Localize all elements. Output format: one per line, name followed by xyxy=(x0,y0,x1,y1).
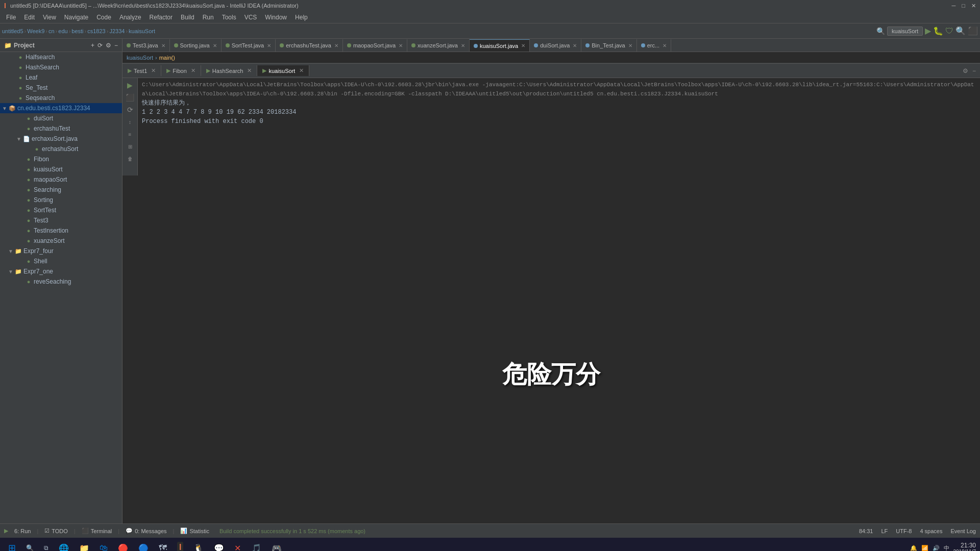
tree-item-expr7four[interactable]: ▼ 📁 Expr7_four xyxy=(0,246,122,256)
run-settings-icon[interactable]: ⚙ xyxy=(963,67,968,74)
taskbar-intellij[interactable]: I xyxy=(173,540,187,551)
tab-sorttest[interactable]: SortTest.java ✕ xyxy=(222,39,276,52)
tab-close-xuanzesort[interactable]: ✕ xyxy=(461,43,465,48)
tab-erc[interactable]: erc... ✕ xyxy=(637,39,671,52)
run-filter-button[interactable]: ≡ xyxy=(125,129,135,139)
debug-button[interactable]: 🐛 xyxy=(933,26,943,36)
menu-file[interactable]: File xyxy=(2,13,20,22)
run-close-fibon[interactable]: ✕ xyxy=(191,67,195,74)
tree-item-sorttest[interactable]: ● SortTest xyxy=(0,205,122,215)
tree-item-halfsearch[interactable]: ● Halfsearch xyxy=(0,52,122,62)
menu-help[interactable]: Help xyxy=(291,13,312,22)
tab-maopaosort[interactable]: maopaoSort.java ✕ xyxy=(343,39,407,52)
taskbar-chrome[interactable]: 🔵 xyxy=(134,540,153,551)
run-button[interactable]: ▶ xyxy=(925,26,931,36)
menu-run[interactable]: Run xyxy=(199,13,218,22)
menu-window[interactable]: Window xyxy=(261,13,291,22)
zh-input-label[interactable]: 中 xyxy=(944,544,949,552)
taskbar-start[interactable]: ⊞ xyxy=(4,540,20,551)
maximize-button[interactable]: □ xyxy=(962,3,965,9)
volume-icon[interactable]: 🔊 xyxy=(933,545,940,552)
taskbar-store[interactable]: 🛍 xyxy=(95,540,112,551)
taskbar-maps[interactable]: 🗺 xyxy=(155,540,171,551)
window-controls[interactable]: ─ □ ✕ xyxy=(952,3,976,9)
notification-icon[interactable]: 🔔 xyxy=(910,545,917,552)
tree-item-testinsertion[interactable]: ● TestInsertion xyxy=(0,226,122,236)
statistic-label[interactable]: 📊 Statistic xyxy=(180,528,209,534)
tab-close-test3[interactable]: ✕ xyxy=(161,43,165,48)
taskbar-taskview[interactable]: ⧉ xyxy=(40,540,53,551)
bc-cs1823[interactable]: cs1823 xyxy=(87,28,105,34)
tab-close-bintest[interactable]: ✕ xyxy=(628,43,632,48)
bc-edu[interactable]: edu xyxy=(58,28,67,34)
tab-bintest[interactable]: Bin_Test.java ✕ xyxy=(581,39,636,52)
tree-item-se-test[interactable]: ● Se_Test xyxy=(0,83,122,93)
run-tab-kuaisusort[interactable]: ▶ kuaisuSort ✕ xyxy=(257,65,309,76)
menu-navigate[interactable]: Navigate xyxy=(60,13,92,22)
run-tab-test1[interactable]: ▶ Test1 ✕ xyxy=(122,65,161,76)
run-panel-collapse-icon[interactable]: − xyxy=(972,67,976,74)
panel-close-icon[interactable]: − xyxy=(114,42,118,49)
bc-j2334[interactable]: J2334 xyxy=(109,28,125,34)
tab-close-erchashutest[interactable]: ✕ xyxy=(334,43,338,48)
menu-refactor[interactable]: Refactor xyxy=(145,13,177,22)
tree-item-package[interactable]: ▼ 📦 cn.edu.besti.cs1823.J2334 xyxy=(0,103,122,113)
coverage-button[interactable]: 🛡 xyxy=(945,27,953,36)
run-close-kuaisusort[interactable]: ✕ xyxy=(299,67,304,74)
menu-tools[interactable]: Tools xyxy=(218,13,240,22)
tree-item-seqsearch[interactable]: ● Seqsearch xyxy=(0,93,122,103)
tree-item-erchashuSort[interactable]: ● erchashuSort xyxy=(0,144,122,154)
tree-item-xuanzesort[interactable]: ● xuanzeSort xyxy=(0,236,122,246)
sync-icon[interactable]: ⟳ xyxy=(97,42,103,49)
breadcrumb-main[interactable]: main() xyxy=(159,55,175,61)
encoding[interactable]: UTF-8 xyxy=(896,528,912,534)
tree-item-fibon[interactable]: ● Fibon xyxy=(0,154,122,164)
tree-item-hashsearch[interactable]: ● HashSearch xyxy=(0,62,122,72)
run-configuration[interactable]: kuaisuSort xyxy=(887,27,923,36)
stop-button[interactable]: ⬛ xyxy=(968,26,978,36)
run-stop-button[interactable]: ⬛ xyxy=(125,92,135,103)
tab-close-duisort[interactable]: ✕ xyxy=(573,43,577,48)
bc-kuaisusort[interactable]: kuaisuSort xyxy=(129,28,155,34)
menu-edit[interactable]: Edit xyxy=(20,13,39,22)
tree-item-test3[interactable]: ● Test3 xyxy=(0,215,122,226)
tree-item-sorting[interactable]: ● Sorting xyxy=(0,195,122,205)
run-rerun-button[interactable]: ⟳ xyxy=(125,105,135,115)
menu-view[interactable]: View xyxy=(39,13,60,22)
run-config-button[interactable]: ⊞ xyxy=(125,141,135,152)
bc-cn[interactable]: cn xyxy=(48,28,55,34)
taskbar-explorer[interactable]: 📁 xyxy=(75,540,93,551)
tab-test3[interactable]: Test3.java ✕ xyxy=(122,39,170,52)
network-icon[interactable]: 📶 xyxy=(921,545,928,552)
tab-close-sorttest[interactable]: ✕ xyxy=(267,43,271,48)
indent-info[interactable]: 4 spaces xyxy=(920,528,942,534)
tree-item-shell[interactable]: ● Shell xyxy=(0,256,122,266)
run-tab-hashsearch[interactable]: ▶ HashSearch ✕ xyxy=(201,65,258,76)
taskbar-app3[interactable]: 🎵 xyxy=(247,540,265,551)
tree-item-leaf[interactable]: ● Leaf xyxy=(0,72,122,83)
line-separator[interactable]: LF xyxy=(881,528,888,534)
add-icon[interactable]: + xyxy=(91,42,94,49)
tree-item-maopaosort[interactable]: ● maopaoSort xyxy=(0,174,122,185)
run-clear-button[interactable]: 🗑 xyxy=(125,154,135,164)
search-everywhere-icon[interactable]: 🔍 xyxy=(876,27,885,35)
taskbar-search[interactable]: 🔍 xyxy=(22,540,38,551)
breadcrumb-kuaisusort[interactable]: kuaisuSort xyxy=(127,55,153,61)
tree-item-searching[interactable]: ● Searching xyxy=(0,185,122,195)
tab-xuanzesort[interactable]: xuanzeSort.java ✕ xyxy=(407,39,470,52)
cursor-position[interactable]: 84:31 xyxy=(859,528,873,534)
taskbar-wechat[interactable]: 💬 xyxy=(210,540,228,551)
tab-duisort[interactable]: duiSort.java ✕ xyxy=(530,39,581,52)
menu-code[interactable]: Code xyxy=(92,13,115,22)
minimize-button[interactable]: ─ xyxy=(952,3,956,9)
menu-build[interactable]: Build xyxy=(177,13,199,22)
close-button[interactable]: ✕ xyxy=(971,3,976,9)
taskbar-edge[interactable]: 🌐 xyxy=(55,540,73,551)
messages-label[interactable]: 💬 0: Messages xyxy=(126,528,166,534)
tab-close-maopaosort[interactable]: ✕ xyxy=(399,43,403,48)
bc-untitled5[interactable]: untitled5 xyxy=(2,28,23,34)
tree-item-erchaxusort[interactable]: ▼ 📄 erchaxuSort.java xyxy=(0,134,122,144)
run-close-test1[interactable]: ✕ xyxy=(151,67,156,74)
tree-item-kuaisusort[interactable]: ● kuaisuSort xyxy=(0,164,122,174)
run-scroll-button[interactable]: ↕ xyxy=(125,117,135,127)
